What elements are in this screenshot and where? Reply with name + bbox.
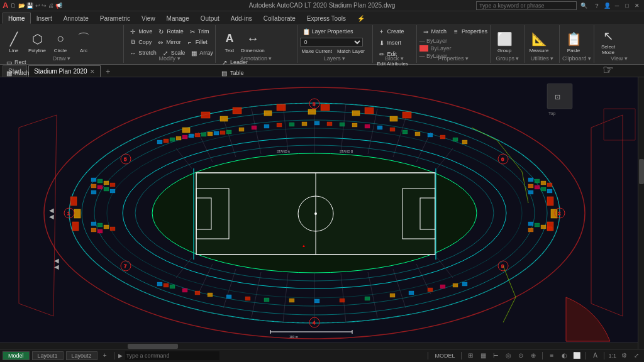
rotate-button[interactable]: ↻Rotate — [155, 26, 186, 36]
trim-button[interactable]: ✂Trim — [186, 26, 211, 36]
layout1-tab[interactable]: Layout1 — [32, 351, 64, 360]
make-current-button[interactable]: Make Current — [300, 48, 334, 55]
otrack-button[interactable]: ⊕ — [528, 351, 538, 361]
selection-button[interactable]: ⬜ — [572, 351, 582, 361]
grid-button[interactable]: ▦ — [478, 351, 488, 361]
group-button[interactable]: ⬜ Group — [493, 26, 516, 57]
transparency-button[interactable]: ◐ — [559, 351, 569, 361]
match-properties-button[interactable]: ⇒Match — [419, 26, 449, 36]
lineweight-button[interactable]: ≡ — [547, 351, 557, 361]
ribbon-group-annotation: A Text ↔ Dimension ↗Leader ▤Table Annota… — [216, 25, 297, 63]
zoom-label: 1:1 — [608, 353, 616, 359]
svg-rect-117 — [462, 140, 467, 144]
polar-button[interactable]: ◎ — [503, 351, 513, 361]
dimension-button[interactable]: ↔ Dimension — [242, 26, 264, 57]
insert-button[interactable]: ⬇Insert — [375, 38, 410, 48]
svg-rect-93 — [195, 133, 200, 137]
snap-button[interactable]: ⊞ — [465, 351, 475, 361]
ribbon-group-block: +Create ⬇Insert ✏Edit Edit Attributes Bl… — [373, 25, 417, 63]
quick-access-icons: 🗋 📂 💾 ↩ ↪ 🖨 📢 — [11, 3, 62, 9]
color-label: ByLayer — [431, 45, 452, 52]
arc-button[interactable]: ⌒ Arc — [72, 26, 95, 57]
layers-group-label: Layers ▾ — [297, 55, 372, 62]
hatch-button[interactable]: ▦Hatch — [3, 68, 31, 78]
svg-rect-88 — [164, 139, 169, 143]
tab-express[interactable]: Express Tools — [301, 13, 352, 24]
model-tab[interactable]: Model — [3, 351, 30, 360]
move-button[interactable]: ✛Move — [126, 26, 154, 36]
vertical-scrollbar[interactable] — [638, 77, 644, 349]
sign-in-button[interactable]: 👤 — [602, 1, 611, 10]
svg-rect-76 — [535, 185, 540, 189]
tab-featured[interactable]: ⚡ — [352, 13, 370, 24]
fullscreen-button[interactable]: ⤢ — [631, 351, 641, 361]
table-button[interactable]: ▤Table — [218, 68, 250, 78]
measure-button[interactable]: 📐 Measure — [528, 26, 550, 57]
polyline-icon: ⬡ — [30, 30, 45, 48]
maximize-button[interactable]: □ — [623, 1, 631, 10]
copy-button[interactable]: ⧉Copy — [126, 37, 153, 47]
svg-rect-122 — [195, 291, 200, 295]
tab-insert[interactable]: Insert — [31, 13, 58, 24]
svg-rect-68 — [97, 223, 103, 227]
minimize-button[interactable]: ─ — [613, 1, 621, 10]
layer-dropdown[interactable]: 0 — [300, 38, 363, 47]
fillet-icon: ⌐ — [186, 38, 194, 47]
fillet-button[interactable]: ⌐Fillet — [184, 37, 209, 47]
workspace-button[interactable]: ⚙ — [619, 351, 629, 361]
layout2-tab[interactable]: Layout2 — [66, 351, 97, 360]
draw-group-label: Draw ▾ — [0, 55, 123, 62]
create-block-button[interactable]: +Create — [375, 26, 410, 36]
tab-collaborate[interactable]: Collaborate — [258, 13, 301, 24]
svg-text:6: 6 — [501, 156, 504, 162]
hscroll-thumb[interactable] — [128, 344, 178, 349]
mirror-button[interactable]: ⇔Mirror — [154, 37, 183, 47]
command-input[interactable] — [125, 351, 219, 360]
match-layer-button[interactable]: Match Layer — [335, 48, 367, 55]
ribbon-group-view: ↖ Select Mode ☞ Touch View ▾ — [594, 25, 644, 63]
close-button[interactable]: ✕ — [633, 1, 641, 10]
svg-rect-130 — [365, 297, 370, 300]
groups-group-label: Groups ▾ — [491, 55, 525, 62]
properties-button[interactable]: ≡Properties — [450, 26, 489, 36]
svg-rect-115 — [440, 135, 445, 139]
ortho-button[interactable]: ⊢ — [491, 351, 501, 361]
drawing-area[interactable]: ▲ STAND A STAND B 1 2 3 4 5 6 7 8 — [0, 77, 644, 349]
svg-rect-119 — [164, 283, 169, 287]
line-button[interactable]: ╱ Line — [3, 26, 25, 57]
tab-home[interactable]: Home — [3, 13, 31, 24]
tab-manage[interactable]: Manage — [161, 13, 195, 24]
tab-addins[interactable]: Add-ins — [225, 13, 258, 24]
tab-parametric[interactable]: Parametric — [94, 13, 136, 24]
tab-view[interactable]: View — [136, 13, 161, 24]
svg-rect-101 — [264, 124, 269, 128]
ribbon-group-modify: ✛Move ↻Rotate ✂Trim ⧉Copy — [124, 25, 216, 63]
polyline-button[interactable]: ⬡ Polyline — [26, 26, 48, 57]
svg-text:Top: Top — [548, 111, 555, 116]
osnap-button[interactable]: ⊙ — [516, 351, 526, 361]
horizontal-scrollbar[interactable] — [0, 343, 638, 349]
layer-properties-button[interactable]: 📋Layer Properties — [300, 26, 355, 36]
svg-rect-45 — [402, 112, 411, 118]
stadium-drawing: ▲ STAND A STAND B 1 2 3 4 5 6 7 8 — [0, 77, 644, 349]
select-mode-button[interactable]: ↖ Select Mode — [597, 26, 619, 57]
vscroll-thumb[interactable] — [639, 159, 644, 184]
annotation-scale-button[interactable]: A — [590, 351, 600, 361]
svg-text:7: 7 — [124, 263, 127, 269]
block-group-label: Block ▾ — [373, 55, 416, 62]
search-icon: 🔍 — [580, 3, 587, 9]
tab-annotate[interactable]: Annotate — [58, 13, 94, 24]
text-button[interactable]: A Text — [218, 26, 241, 57]
rotate-icon: ↻ — [157, 27, 165, 36]
search-input[interactable] — [476, 1, 577, 10]
insert-icon: ⬇ — [377, 38, 386, 47]
add-layout-button[interactable]: + — [100, 351, 110, 361]
sep6 — [604, 352, 604, 359]
svg-rect-112 — [402, 130, 408, 134]
help-button[interactable]: ? — [592, 1, 601, 10]
tab-output[interactable]: Output — [195, 13, 225, 24]
circle-button[interactable]: ○ Circle — [49, 26, 72, 57]
paste-button[interactable]: 📋 Paste — [562, 26, 585, 57]
mirror-icon: ⇔ — [156, 38, 165, 47]
svg-rect-69 — [91, 228, 96, 232]
